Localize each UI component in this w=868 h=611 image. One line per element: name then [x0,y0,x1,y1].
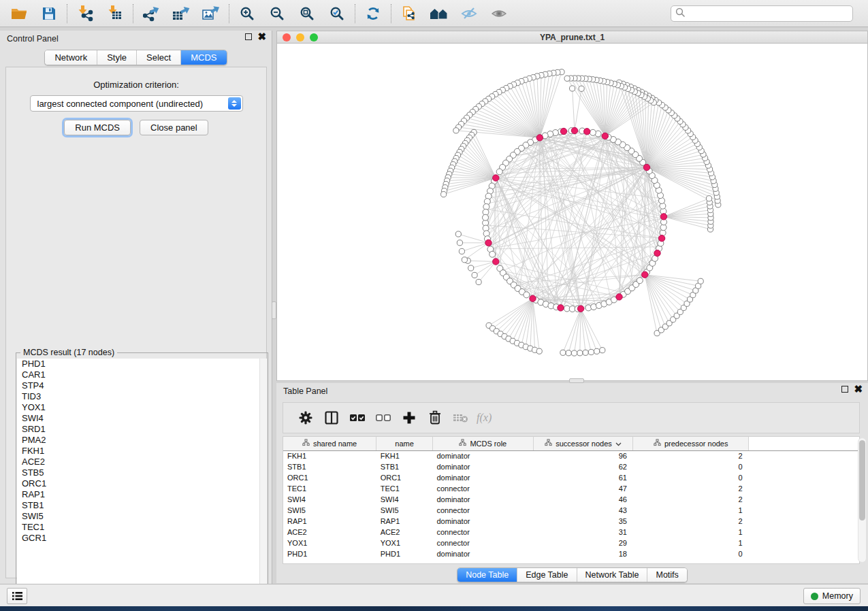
control-panel-titlebar: Control Panel ✖ [0,31,272,47]
show-all-icon[interactable] [484,3,514,24]
result-node-item[interactable]: PMA2 [17,435,267,446]
open-folder-icon[interactable] [4,3,34,24]
result-list-scrollbar[interactable] [259,359,267,604]
tree-icon [654,439,661,448]
close-table-panel-icon[interactable]: ✖ [854,386,863,393]
result-node-item[interactable]: STB1 [17,500,267,511]
import-table-icon[interactable] [100,3,130,24]
result-node-item[interactable]: PHD1 [17,359,267,369]
zoom-fit-icon[interactable] [292,3,322,24]
hide-selected-icon[interactable] [454,3,484,24]
table-row[interactable]: SWI4SWI4dominator 462 [283,494,859,505]
result-node-item[interactable]: TEC1 [17,522,267,533]
table-row[interactable]: TEC1TEC1connector 472 [283,483,859,494]
dropdown-stepper-icon [228,97,241,110]
import-network-icon[interactable] [70,3,100,24]
result-node-item[interactable]: SRD1 [17,424,267,435]
tree-icon [459,439,466,448]
run-mcds-button[interactable]: Run MCDS [64,120,131,135]
tab-style[interactable]: Style [97,50,136,65]
close-panel-button[interactable]: Close panel [140,120,208,135]
column-header-name[interactable]: name [376,437,433,450]
result-node-item[interactable]: GCR1 [17,533,267,544]
control-panel-title: Control Panel [7,34,59,44]
tab-network[interactable]: Network [45,50,97,65]
result-node-item[interactable]: STP4 [17,380,267,391]
table-tab-node-table[interactable]: Node Table [457,568,517,582]
table-tab-motifs[interactable]: Motifs [647,568,686,582]
memory-button[interactable]: Memory [803,588,861,604]
column-header-shared-name[interactable]: shared name [283,437,376,450]
column-header-predecessor-nodes[interactable]: predecessor nodes [633,437,749,450]
table-row[interactable]: STB1STB1dominator 620 [283,461,859,472]
maximize-window-icon[interactable] [310,33,318,42]
result-node-item[interactable]: FKH1 [17,446,267,457]
network-canvas[interactable] [277,44,867,380]
table-panel-tabs: Node TableEdge TableNetwork TableMotifs [457,567,688,582]
table-scrollbar[interactable] [858,437,867,563]
export-network-icon[interactable] [136,3,166,24]
table-scrollbar-thumb[interactable] [859,440,865,521]
add-row-icon[interactable] [396,406,422,429]
zoom-out-icon[interactable] [262,3,292,24]
close-panel-icon[interactable]: ✖ [257,33,266,40]
export-table-icon[interactable] [166,3,196,24]
columns-icon[interactable] [319,406,344,429]
zoom-selected-icon[interactable] [322,3,352,24]
criterion-dropdown[interactable]: largest connected component (undirected) [30,95,243,112]
close-window-icon[interactable] [283,33,291,42]
refresh-icon[interactable] [358,3,388,24]
zoom-in-icon[interactable] [232,3,262,24]
criterion-value: largest connected component (undirected) [37,99,204,109]
table-tab-edge-table[interactable]: Edge Table [517,568,576,582]
table-row[interactable]: YOX1YOX1connector 291 [283,538,859,548]
column-header-MCDS-role[interactable]: MCDS role [433,437,534,450]
table-header-row: shared namename MCDS role successor node… [283,437,859,450]
save-icon[interactable] [34,3,64,24]
column-header-successor-nodes[interactable]: successor nodes [533,437,633,450]
float-panel-icon[interactable] [245,33,252,40]
result-node-item[interactable]: SWI5 [17,511,267,522]
minimize-window-icon[interactable] [296,33,304,42]
select-all-icon[interactable] [344,406,370,429]
table-row[interactable]: RAP1RAP1dominator 352 [283,516,859,527]
network-view-window: YPA_prune.txt_1 [276,31,868,381]
mcds-result-list: PHD1CAR1STP4TID3YOX1SWI4SRD1PMA2FKH1ACE2… [17,359,267,604]
control-panel: Control Panel ✖ NetworkStyleSelectMCDS O… [0,31,272,584]
table-row[interactable]: ACE2ACE2connector 311 [283,527,859,538]
table-row[interactable]: ORC1ORC1dominator 610 [283,472,859,483]
table-row[interactable]: FKH1FKH1dominator 962 [283,450,859,461]
chevron-down-icon[interactable] [615,440,622,448]
first-neighbors-icon[interactable] [424,3,454,24]
desktop-background [0,606,868,611]
float-table-panel-icon[interactable] [841,386,848,393]
toolbar-separator [133,4,133,23]
table-tab-network-table[interactable]: Network Table [577,568,647,582]
toolbar-separator [67,4,67,23]
main-toolbar [0,0,868,27]
svg-text:f(x): f(x) [477,412,492,424]
tab-select[interactable]: Select [136,50,180,65]
tab-mcds[interactable]: MCDS [180,50,226,65]
result-node-item[interactable]: SWI4 [17,413,267,424]
table-row[interactable]: PHD1PHD1dominator 180 [283,548,859,559]
result-node-item[interactable]: ACE2 [17,457,267,467]
table-row[interactable]: SWI5SWI5connector 431 [283,505,859,516]
delete-row-icon[interactable] [422,406,448,429]
search-box[interactable] [671,5,853,22]
result-node-item[interactable]: CAR1 [17,369,267,380]
show-panels-button[interactable] [7,588,27,604]
search-input[interactable] [689,9,848,18]
deselect-all-icon[interactable] [370,406,396,429]
result-node-item[interactable]: ORC1 [17,478,267,489]
tree-icon [545,439,552,448]
result-node-item[interactable]: RAP1 [17,489,267,500]
copy-style-icon[interactable] [394,3,424,24]
result-node-item[interactable]: STB5 [17,467,267,478]
vertical-splitter-handle[interactable] [272,301,276,319]
export-image-icon[interactable] [196,3,226,24]
settings-icon[interactable] [293,406,319,429]
result-node-item[interactable]: YOX1 [17,402,267,413]
horizontal-splitter-handle[interactable] [569,378,584,383]
result-node-item[interactable]: TID3 [17,391,267,402]
